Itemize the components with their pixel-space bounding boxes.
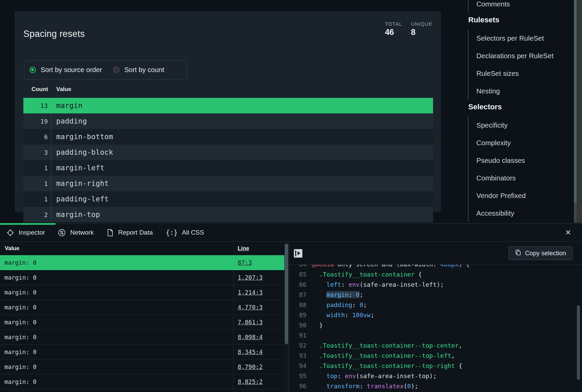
line-number: 91 (293, 330, 306, 341)
sidebar-heading-selectors[interactable]: Selectors (468, 103, 569, 111)
row-count: 1 (23, 176, 51, 191)
table-row[interactable]: 3padding-block (23, 145, 433, 160)
stat-value: 8 (411, 27, 432, 37)
line-link[interactable]: 7,861:3 (238, 319, 263, 326)
copy-selection-label: Copy selection (525, 249, 566, 257)
sort-option-1[interactable]: Sort by count (113, 66, 164, 74)
table-row[interactable]: 1margin-left (23, 160, 433, 176)
tab-report-data[interactable]: Report Data (107, 229, 153, 237)
sidebar-item-selectors-per-ruleset[interactable]: Selectors per RuleSet (476, 29, 569, 47)
code-line: 84@media only screen and (max-width: 480… (293, 265, 582, 269)
window-scrollbar-gutter (577, 0, 582, 223)
table-row[interactable]: 2margin-top (23, 207, 433, 222)
sidebar-scrollbar[interactable] (574, 0, 577, 223)
tab-all-css[interactable]: {:}All CSS (166, 228, 204, 237)
code-scrollbar-thumb[interactable] (577, 305, 580, 380)
table-scrollbar[interactable] (284, 242, 289, 392)
line-link[interactable]: 1,207:3 (238, 274, 263, 281)
line-link[interactable]: 8,790:2 (238, 364, 263, 370)
tab-label: Report Data (118, 229, 153, 236)
table-row[interactable]: 1padding-left (23, 191, 433, 207)
sidebar-item-complexity[interactable]: Complexity (476, 134, 569, 152)
code-body[interactable]: 84@media only screen and (max-width: 480… (289, 265, 582, 392)
copy-selection-button[interactable]: Copy selection (509, 246, 573, 260)
sidebar-item-comments[interactable]: Comments (476, 0, 569, 13)
line-cell: 4,770:3 (233, 300, 284, 314)
line-link[interactable]: 1,214:3 (238, 289, 263, 296)
value-line-row[interactable]: margin: 01,207:3 (0, 270, 284, 285)
close-icon[interactable]: ✕ (564, 228, 573, 237)
code-line: 88 padding: 0; (293, 300, 582, 310)
line-number: 87 (293, 290, 306, 300)
line-cell: 8,098:4 (233, 330, 284, 344)
code-line: 89 width: 100vw; (293, 310, 582, 320)
tab-inspector[interactable]: Inspector (6, 229, 45, 237)
value-line-row[interactable]: margin: 08,790:2 (0, 360, 284, 374)
sort-option-0[interactable]: Sort by source order (29, 66, 102, 74)
row-count: 1 (23, 191, 51, 207)
table-row[interactable]: 19padding (23, 113, 433, 129)
tab-label: Network (70, 229, 94, 236)
document-icon (107, 229, 114, 237)
line-number: 84 (293, 265, 306, 269)
line-cell: 1,214:3 (233, 285, 284, 300)
sidebar-item-specificity[interactable]: Specificity (476, 116, 569, 134)
code-line: 93 .Toastify__toast-container--top-left, (293, 351, 582, 361)
sidebar-heading-rulesets[interactable]: Rulesets (468, 16, 569, 24)
stat-unique: UNIQUE8 (411, 21, 432, 37)
sidebar-group: Comments (468, 0, 569, 13)
stat-total: TOTAL46 (385, 21, 402, 37)
line-sort-header[interactable]: Line (238, 245, 249, 252)
expand-panel-button[interactable] (294, 249, 302, 258)
spacing-table: Count Value 13margin19padding6margin-bot… (23, 81, 433, 222)
table-row[interactable]: 6margin-bottom (23, 129, 433, 145)
value-line-row[interactable]: margin: 08,098:4 (0, 330, 284, 345)
value-line-row[interactable]: margin: 04,770:3 (0, 300, 284, 315)
value-line-row[interactable]: margin: 01,214:3 (0, 285, 284, 300)
sidebar-item-accessibility[interactable]: Accessibility (476, 204, 569, 222)
line-number: 93 (293, 351, 306, 361)
sidebar-item-ruleset-sizes[interactable]: RuleSet sizes (476, 65, 569, 82)
line-number: 95 (293, 371, 306, 381)
value-line-row[interactable]: margin: 08,345:4 (0, 345, 284, 360)
value-line-table: Value Line margin: 087:3margin: 01,207:3… (0, 242, 284, 392)
declaration-value: margin: 0 (0, 360, 233, 374)
line-link[interactable]: 4,770:3 (238, 304, 263, 311)
row-value: margin (51, 102, 83, 110)
code-line: 90 } (293, 320, 582, 330)
code-text: .Toastify__toast-container--top-right { (312, 361, 462, 371)
stat-label: UNIQUE (411, 21, 432, 27)
line-link[interactable]: 8,345:4 (238, 349, 263, 355)
line-cell (233, 389, 284, 392)
line-cell: 8,825:2 (233, 374, 284, 389)
code-line: 96 transform: translatex(0); (293, 381, 582, 391)
table-row[interactable]: 1margin-right (23, 176, 433, 191)
line-link[interactable]: 8,825:2 (238, 378, 263, 385)
value-line-row[interactable]: margin: 087:3 (0, 255, 284, 270)
tab-label: Inspector (19, 229, 45, 236)
sidebar-item-combinators[interactable]: Combinators (476, 169, 569, 187)
sidebar-item-declarations-per-ruleset[interactable]: Declarations per RuleSet (476, 47, 569, 65)
value-line-row[interactable]: margin: 07,861:3 (0, 315, 284, 330)
value-line-row[interactable]: margin: 0 (0, 389, 284, 392)
code-line: 92 .Toastify__toast-container--top-cente… (293, 341, 582, 351)
sidebar-item-vendor-prefixed[interactable]: Vendor Prefixed (476, 187, 569, 204)
declaration-value: margin: 0 (0, 374, 233, 389)
stats-summary: TOTAL46UNIQUE8 (385, 21, 432, 37)
code-text: padding: 0; (312, 300, 367, 310)
value-line-row[interactable]: margin: 08,825:2 (0, 374, 284, 389)
radio-icon[interactable] (29, 67, 36, 73)
sidebar-item-nesting[interactable]: Nesting (476, 82, 569, 100)
line-link[interactable]: 8,098:4 (238, 334, 263, 341)
sidebar-scrollbar-thumb[interactable] (574, 0, 577, 203)
radio-icon[interactable] (113, 67, 120, 73)
sidebar-item-pseudo-classes[interactable]: Pseudo classes (476, 152, 569, 169)
inspector-tabbar: InspectorNetworkReport Data{:}All CSS✕ (0, 224, 582, 241)
line-number: 85 (293, 269, 306, 280)
row-count: 3 (23, 145, 51, 160)
stat-label: TOTAL (385, 21, 402, 27)
table-scrollbar-thumb[interactable] (285, 244, 288, 344)
table-row[interactable]: 13margin (23, 98, 433, 113)
tab-network[interactable]: Network (58, 229, 94, 237)
line-link[interactable]: 87:3 (238, 259, 252, 266)
